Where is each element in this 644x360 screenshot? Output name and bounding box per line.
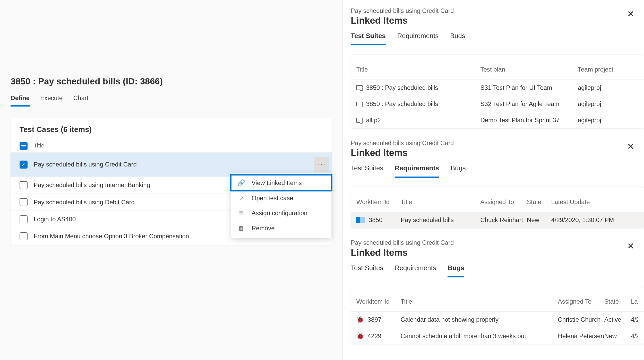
column-header[interactable]: Latest Update xyxy=(551,198,639,206)
row-title: Pay scheduled bills using Credit Card xyxy=(34,161,314,168)
table-header-row: TitleTest planTeam project xyxy=(351,55,644,80)
linked-items-panel: Pay scheduled bills using Credit CardLin… xyxy=(343,0,644,132)
panel-tabs: Test SuitesRequirementsBugs xyxy=(351,164,644,178)
menu-item-label: View Linked Items xyxy=(252,179,302,187)
column-header[interactable]: Title xyxy=(356,66,480,73)
panel-tab-bugs[interactable]: Bugs xyxy=(448,264,464,277)
cell-text: 3897 xyxy=(368,316,382,323)
table-header-row: WorkItem IdTitleAssigned ToStateLate xyxy=(351,286,644,312)
left-tab-execute[interactable]: Execute xyxy=(40,94,63,107)
close-button[interactable]: ✕ xyxy=(627,241,634,251)
column-header[interactable]: Title xyxy=(401,298,558,305)
menu-item-label: Remove xyxy=(252,225,275,232)
title-column-label: Title xyxy=(34,142,44,149)
trash-icon: 🗑 xyxy=(237,225,245,232)
column-header[interactable]: Late xyxy=(631,298,638,305)
column-header[interactable]: Assigned To xyxy=(480,198,527,206)
panel-subtitle: Pay scheduled bills using Credit Card xyxy=(351,239,644,246)
table-cell: all p2 xyxy=(356,117,480,124)
test-cases-card-header: Test Cases (6 items) xyxy=(11,118,332,138)
column-header[interactable]: Test plan xyxy=(480,66,578,73)
row-checkbox[interactable] xyxy=(20,232,28,240)
table-cell: 4/29 xyxy=(631,332,638,340)
panel-table: WorkItem IdTitleAssigned ToStateLate🐞389… xyxy=(351,286,644,344)
bug-icon: 🐞 xyxy=(356,332,364,340)
table-row[interactable]: 3850 : Pay scheduled billsS31 Test Plan … xyxy=(351,80,644,96)
panel-tab-test-suites[interactable]: Test Suites xyxy=(351,264,383,277)
more-icon: ⋮ xyxy=(317,161,326,169)
linked-items-stack: Pay scheduled bills using Credit CardLin… xyxy=(343,0,644,360)
column-header[interactable]: Title xyxy=(401,198,480,206)
panel-tab-test-suites[interactable]: Test Suites xyxy=(351,32,386,45)
table-row[interactable]: 🐞3897Calendar data not showing properlyC… xyxy=(351,312,644,328)
panel-title: Linked Items xyxy=(351,247,644,258)
panel-tab-bugs[interactable]: Bugs xyxy=(450,32,465,45)
table-cell: Helena Petersen xyxy=(558,332,604,340)
table-cell: 4/29/2020, 1:30:07 PM xyxy=(551,216,639,224)
cell-text: 3850 : Pay scheduled bills xyxy=(366,84,438,91)
table-cell: Cannot schedule a bill more than 3 weeks… xyxy=(401,332,558,340)
left-tab-chart[interactable]: Chart xyxy=(73,94,88,107)
panel-tab-requirements[interactable]: Requirements xyxy=(395,164,439,178)
bug-icon: 🐞 xyxy=(356,316,364,323)
left-tab-bar: DefineExecuteChart xyxy=(11,94,332,107)
test-case-row[interactable]: ✓Pay scheduled bills using Credit Card⋮ xyxy=(11,153,332,177)
close-button[interactable]: ✕ xyxy=(627,141,634,152)
table-row[interactable]: 🐞4229Cannot schedule a bill more than 3 … xyxy=(351,328,644,344)
panel-tabs: Test SuitesRequirementsBugs xyxy=(351,264,644,277)
row-checkbox[interactable]: ✓ xyxy=(20,161,28,169)
table-cell: 3850 : Pay scheduled bills xyxy=(356,84,480,91)
close-button[interactable]: ✕ xyxy=(627,9,634,19)
table-cell: S31 Test Plan for UI Team xyxy=(480,84,578,91)
suite-icon xyxy=(356,118,363,123)
panel-tab-test-suites[interactable]: Test Suites xyxy=(351,164,383,178)
panel-subtitle: Pay scheduled bills using Credit Card xyxy=(351,139,644,147)
panel-tab-requirements[interactable]: Requirements xyxy=(395,264,436,277)
menu-item-view-linked-items[interactable]: 🔗View Linked Items xyxy=(231,175,331,190)
link-icon: 🔗 xyxy=(237,179,245,187)
close-icon: ✕ xyxy=(627,241,634,251)
table-header-row: WorkItem IdTitleAssigned ToStateLatest U… xyxy=(351,187,644,212)
panel-subtitle: Pay scheduled bills using Credit Card xyxy=(351,7,644,14)
row-checkbox[interactable] xyxy=(20,198,28,206)
column-header[interactable]: State xyxy=(604,298,631,305)
table-cell: S32 Test Plan for Agile Team xyxy=(480,100,578,108)
panel-title: Linked Items xyxy=(351,147,644,158)
column-header[interactable]: WorkItem Id xyxy=(356,198,401,206)
column-header[interactable]: State xyxy=(527,198,551,206)
table-row[interactable]: 3850 : Pay scheduled billsS32 Test Plan … xyxy=(351,96,644,112)
row-checkbox[interactable] xyxy=(20,181,28,189)
table-cell: 🐞4229 xyxy=(356,332,401,340)
workitem-icon xyxy=(356,217,365,223)
suite-icon xyxy=(356,85,363,90)
column-header[interactable]: WorkItem Id xyxy=(356,298,401,305)
table-cell: Active xyxy=(604,316,631,323)
cell-text: 4229 xyxy=(368,332,382,340)
table-cell: Chuck Reinhart xyxy=(480,216,527,224)
linked-items-panel: Pay scheduled bills using Credit CardLin… xyxy=(343,232,644,348)
table-row[interactable]: all p2Demo Test Plan for Sprint 37agilep… xyxy=(351,112,644,128)
panel-tab-requirements[interactable]: Requirements xyxy=(397,32,439,45)
menu-item-remove[interactable]: 🗑Remove xyxy=(231,221,331,236)
panel-table: WorkItem IdTitleAssigned ToStateLatest U… xyxy=(351,187,644,228)
menu-item-assign-configuration[interactable]: ≣Assign configuration xyxy=(231,206,331,221)
row-checkbox[interactable] xyxy=(20,215,28,223)
row-more-button[interactable]: ⋮ xyxy=(314,157,329,172)
table-cell: New xyxy=(527,216,551,224)
table-row[interactable]: 3850Pay scheduled billsChuck ReinhartNew… xyxy=(351,212,644,228)
cell-text: 3850 xyxy=(369,216,383,224)
table-cell: 3850 xyxy=(356,216,401,224)
select-all-checkbox[interactable] xyxy=(20,142,28,150)
suite-icon xyxy=(356,102,363,107)
open-icon: ↗ xyxy=(237,195,245,202)
column-header[interactable]: Assigned To xyxy=(558,298,604,305)
cell-text: 3850 : Pay scheduled bills xyxy=(366,100,438,108)
column-header[interactable]: Team project xyxy=(578,66,638,73)
table-cell: agileproj xyxy=(578,100,638,108)
panel-tab-bugs[interactable]: Bugs xyxy=(451,164,466,178)
page-title: 3850 : Pay scheduled bills (ID: 3866) xyxy=(11,76,332,86)
menu-item-label: Open test case xyxy=(252,195,293,202)
menu-item-open-test-case[interactable]: ↗Open test case xyxy=(231,190,331,206)
panel-tabs: Test SuitesRequirementsBugs xyxy=(351,32,644,45)
left-tab-define[interactable]: Define xyxy=(11,94,30,107)
